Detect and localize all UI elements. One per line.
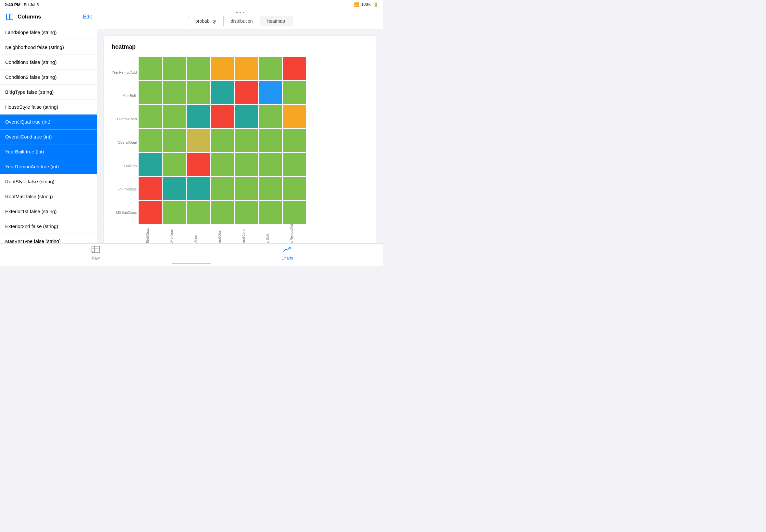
- heatmap-cell-6-5: [259, 201, 282, 224]
- charts-label: Charts: [281, 256, 293, 260]
- heatmap-cell-4-5: [259, 153, 282, 176]
- heatmap-cell-4-1: [163, 153, 186, 176]
- heatmap-cell-0-1: [163, 57, 186, 80]
- sidebar-item-13[interactable]: Exterior2nd false (string): [0, 219, 97, 234]
- y-labels: YearRemodAddYearBuiltOverallCondOverallQ…: [112, 61, 137, 224]
- heatmap-cell-0-0: [139, 57, 162, 80]
- heatmap-cell-3-6: [283, 129, 306, 152]
- heatmap-cell-3-3: [211, 129, 234, 152]
- chart-card: heatmap YearRemodAddYearBuiltOverallCond…: [104, 36, 376, 266]
- heatmap-cell-5-3: [211, 177, 234, 200]
- heatmap-cell-6-3: [211, 201, 234, 224]
- tab-bar: probabilitydistributionheatmap: [188, 16, 292, 26]
- y-label-OverallQual: OverallQual: [112, 131, 137, 154]
- sidebar-list: LandSlope false (string)Neighborhood fal…: [0, 25, 97, 266]
- content-area: probabilitydistributionheatmap heatmap Y…: [97, 9, 383, 266]
- status-time: 2:40 PM: [5, 2, 20, 7]
- heatmap-cell-5-4: [235, 177, 258, 200]
- sidebar-header: Columns Edit: [0, 9, 97, 25]
- sidebar-item-6[interactable]: OverallQual true (int): [0, 115, 97, 129]
- sidebar-item-0[interactable]: LandSlope false (string): [0, 25, 97, 40]
- heatmap-cell-4-6: [283, 153, 306, 176]
- dot-2: [239, 12, 241, 13]
- sidebar-item-3[interactable]: Condition2 false (string): [0, 70, 97, 85]
- sidebar-header-left: Columns: [5, 12, 41, 21]
- heatmap-cell-3-4: [235, 129, 258, 152]
- raw-icon: [91, 246, 100, 255]
- raw-label: Raw: [92, 256, 100, 260]
- charts-icon: [283, 246, 291, 255]
- heatmap-cell-5-2: [187, 177, 210, 200]
- sidebar-item-1[interactable]: Neighborhood false (string): [0, 40, 97, 55]
- heatmap-cell-0-4: [235, 57, 258, 80]
- dot-1: [236, 12, 238, 13]
- y-label-YearBuilt: YearBuilt: [112, 84, 137, 107]
- battery-icon: 🔋: [373, 2, 378, 7]
- sidebar: Columns Edit LandSlope false (string)Nei…: [0, 9, 97, 266]
- tab-probability[interactable]: probability: [188, 16, 224, 26]
- heatmap-cell-1-6: [283, 81, 306, 104]
- heatmap-cell-5-6: [283, 177, 306, 200]
- svg-point-5: [92, 251, 93, 253]
- svg-rect-0: [6, 14, 9, 20]
- heatmap-cell-1-2: [187, 81, 210, 104]
- sidebar-item-9[interactable]: YearRemodAdd true (int): [0, 159, 97, 174]
- heatmap-cell-2-4: [235, 105, 258, 128]
- dot-3: [243, 12, 244, 13]
- content-header: probabilitydistributionheatmap: [97, 9, 383, 29]
- battery-text: 100%: [361, 2, 371, 7]
- heatmap-cell-2-0: [139, 105, 162, 128]
- y-label-LotArea: LotArea: [112, 154, 137, 177]
- sidebar-item-12[interactable]: Exterior1st false (string): [0, 204, 97, 219]
- sidebar-item-8[interactable]: YearBuilt true (int): [0, 144, 97, 159]
- sidebar-item-4[interactable]: BldgType false (string): [0, 85, 97, 100]
- heatmap-cell-2-3: [211, 105, 234, 128]
- chart-container: heatmap YearRemodAddYearBuiltOverallCond…: [97, 29, 383, 266]
- heatmap-cell-3-2: [187, 129, 210, 152]
- tab-distribution[interactable]: distribution: [224, 16, 260, 26]
- columns-icon: [5, 12, 14, 21]
- bottom-tab-charts[interactable]: Charts: [191, 246, 383, 260]
- top-dots: [236, 12, 244, 13]
- heatmap-cell-4-4: [235, 153, 258, 176]
- heatmap-cell-2-6: [283, 105, 306, 128]
- tab-heatmap[interactable]: heatmap: [260, 16, 292, 26]
- heatmap-grid-area: YearRemodAddYearBuiltOverallCondOverallQ…: [112, 57, 306, 224]
- sidebar-item-11[interactable]: RoofMatl false (string): [0, 189, 97, 204]
- y-label-LotFrontage: LotFrontage: [112, 177, 137, 201]
- main-layout: Columns Edit LandSlope false (string)Nei…: [0, 9, 383, 266]
- sidebar-item-7[interactable]: OverallCond true (int): [0, 129, 97, 144]
- heatmap-cell-0-3: [211, 57, 234, 80]
- y-label-MSSubClass: MSSubClass: [112, 201, 137, 224]
- heatmap-cell-0-6: [283, 57, 306, 80]
- sidebar-item-2[interactable]: Condition1 false (string): [0, 55, 97, 70]
- chart-title: heatmap: [112, 43, 369, 50]
- heatmap-cell-3-5: [259, 129, 282, 152]
- wifi-icon: 📶: [354, 2, 359, 7]
- heatmap-cell-2-5: [259, 105, 282, 128]
- status-bar: 2:40 PM Fri Jul 5 📶 100% 🔋: [0, 0, 383, 9]
- y-label-YearRemodAdd: YearRemodAdd: [112, 61, 137, 84]
- status-right: 📶 100% 🔋: [354, 2, 378, 7]
- sidebar-item-5[interactable]: HouseStyle false (string): [0, 100, 97, 115]
- heatmap-grid: [139, 57, 306, 224]
- edit-button[interactable]: Edit: [83, 14, 92, 20]
- heatmap-cell-5-1: [163, 177, 186, 200]
- heatmap-cell-0-5: [259, 57, 282, 80]
- heatmap-cell-1-5: [259, 81, 282, 104]
- sidebar-item-10[interactable]: RoofStyle false (string): [0, 174, 97, 189]
- heatmap-cell-1-1: [163, 81, 186, 104]
- heatmap-cell-4-3: [211, 153, 234, 176]
- bottom-bar: Raw Charts: [0, 243, 383, 266]
- heatmap-cell-3-1: [163, 129, 186, 152]
- heatmap-cell-2-2: [187, 105, 210, 128]
- svg-marker-6: [289, 247, 291, 248]
- heatmap-cell-2-1: [163, 105, 186, 128]
- heatmap-cell-3-0: [139, 129, 162, 152]
- heatmap-cell-5-0: [139, 177, 162, 200]
- heatmap-cell-1-4: [235, 81, 258, 104]
- bottom-tab-raw[interactable]: Raw: [0, 246, 191, 260]
- heatmap-cell-6-4: [235, 201, 258, 224]
- heatmap-cell-1-3: [211, 81, 234, 104]
- heatmap-cell-4-2: [187, 153, 210, 176]
